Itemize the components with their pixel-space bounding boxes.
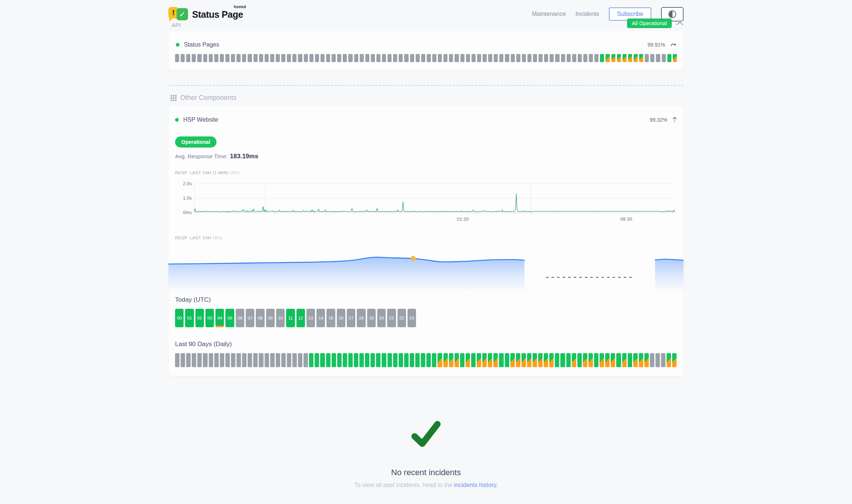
uptime-bar[interactable] xyxy=(321,54,325,62)
day-bar[interactable] xyxy=(533,353,537,367)
uptime-bar[interactable] xyxy=(365,54,369,62)
hour-cell[interactable]: 00 xyxy=(175,309,184,327)
day-bar[interactable] xyxy=(667,353,671,367)
day-bar[interactable] xyxy=(437,353,442,367)
day-bar[interactable] xyxy=(393,353,398,367)
uptime-bar[interactable] xyxy=(499,54,503,62)
uptime-bar[interactable] xyxy=(326,54,330,62)
uptime-bar[interactable] xyxy=(443,54,447,62)
uptime-bar[interactable] xyxy=(511,54,515,62)
day-bar[interactable] xyxy=(605,353,610,367)
uptime-bar[interactable] xyxy=(611,54,615,62)
day-bar[interactable] xyxy=(315,353,319,367)
uptime-bar[interactable] xyxy=(343,54,347,62)
uptime-bar[interactable] xyxy=(337,54,341,62)
hour-cell[interactable]: 07 xyxy=(246,309,254,327)
day-bar[interactable] xyxy=(449,353,453,367)
hour-cell[interactable]: 22 xyxy=(398,309,406,327)
uptime-bar[interactable] xyxy=(348,54,352,62)
day-bar[interactable] xyxy=(209,353,213,367)
day-bar[interactable] xyxy=(544,353,548,367)
refresh-icon[interactable] xyxy=(670,43,676,47)
hour-cell[interactable]: 10 xyxy=(276,309,285,327)
day-bar[interactable] xyxy=(354,353,358,367)
day-bar[interactable] xyxy=(175,353,180,367)
uptime-bar[interactable] xyxy=(533,54,537,62)
day-bar[interactable] xyxy=(376,353,380,367)
uptime-bar[interactable] xyxy=(572,54,576,62)
uptime-bar[interactable] xyxy=(583,54,587,62)
hour-cell[interactable]: 16 xyxy=(337,309,345,327)
day-bar[interactable] xyxy=(588,353,593,367)
uptime-bar[interactable] xyxy=(404,54,408,62)
day-bar[interactable] xyxy=(192,353,196,367)
day-bar[interactable] xyxy=(639,353,643,367)
uptime-bar[interactable] xyxy=(578,54,582,62)
day-bar[interactable] xyxy=(225,353,230,367)
day-bar[interactable] xyxy=(566,353,571,367)
day-bar[interactable] xyxy=(332,353,336,367)
overall-status-badge[interactable]: All Operational xyxy=(627,18,672,28)
day-bar[interactable] xyxy=(644,353,649,367)
uptime-bar[interactable] xyxy=(192,54,196,62)
day-bar[interactable] xyxy=(661,353,665,367)
uptime-bar[interactable] xyxy=(270,54,274,62)
uptime-bar[interactable] xyxy=(505,54,509,62)
uptime-bar[interactable] xyxy=(650,54,654,62)
uptime-bar[interactable] xyxy=(449,54,453,62)
hour-cell[interactable]: 11 xyxy=(286,309,295,327)
day-bar[interactable] xyxy=(220,353,224,367)
day-bar[interactable] xyxy=(404,353,409,367)
day-bar[interactable] xyxy=(197,353,202,367)
uptime-bar[interactable] xyxy=(494,54,498,62)
day-bar[interactable] xyxy=(577,353,582,367)
uptime-bar[interactable] xyxy=(427,54,431,62)
uptime-bar[interactable] xyxy=(539,54,543,62)
day-bar[interactable] xyxy=(415,353,420,367)
day-bar[interactable] xyxy=(382,353,386,367)
day-bar[interactable] xyxy=(655,353,660,367)
uptime-bar[interactable] xyxy=(673,54,677,62)
day-bar[interactable] xyxy=(510,353,515,367)
day-bar[interactable] xyxy=(292,353,297,367)
uptime-bar[interactable] xyxy=(371,54,375,62)
day-bar[interactable] xyxy=(370,353,375,367)
hour-cell[interactable]: 15 xyxy=(326,309,335,327)
hour-cell[interactable]: 04 xyxy=(215,309,224,327)
collapse-chevron-icon[interactable] xyxy=(676,21,684,26)
hour-cell[interactable]: 14 xyxy=(316,309,325,327)
hour-cell[interactable]: 03 xyxy=(205,309,214,327)
day-bar[interactable] xyxy=(527,353,531,367)
day-bar[interactable] xyxy=(410,353,414,367)
hour-cell[interactable]: 05 xyxy=(225,309,234,327)
day-bar[interactable] xyxy=(231,353,235,367)
uptime-bar[interactable] xyxy=(197,54,201,62)
uptime-bar[interactable] xyxy=(656,54,660,62)
day-bar[interactable] xyxy=(521,353,526,367)
uptime-bar[interactable] xyxy=(332,54,336,62)
day-bar[interactable] xyxy=(248,353,252,367)
uptime-bar[interactable] xyxy=(309,54,313,62)
day-bar[interactable] xyxy=(320,353,325,367)
uptime-bar[interactable] xyxy=(388,54,392,62)
hour-cell[interactable]: 20 xyxy=(377,309,386,327)
day-bar[interactable] xyxy=(186,353,191,367)
day-bar[interactable] xyxy=(460,353,464,367)
day-bar[interactable] xyxy=(672,353,677,367)
hour-cell[interactable]: 12 xyxy=(296,309,305,327)
uptime-bar[interactable] xyxy=(544,54,548,62)
uptime-bar[interactable] xyxy=(298,54,302,62)
day-bar[interactable] xyxy=(281,353,286,367)
day-bar[interactable] xyxy=(181,353,185,367)
day-bar[interactable] xyxy=(628,353,632,367)
uptime-bar[interactable] xyxy=(376,54,380,62)
day-bar[interactable] xyxy=(365,353,369,367)
day-bar[interactable] xyxy=(622,353,627,367)
uptime-bar[interactable] xyxy=(231,54,235,62)
day-bar[interactable] xyxy=(443,353,448,367)
day-bar[interactable] xyxy=(276,353,280,367)
day-bar[interactable] xyxy=(466,353,470,367)
day-bar[interactable] xyxy=(421,353,425,367)
day-bar[interactable] xyxy=(309,353,313,367)
day-bar[interactable] xyxy=(359,353,364,367)
